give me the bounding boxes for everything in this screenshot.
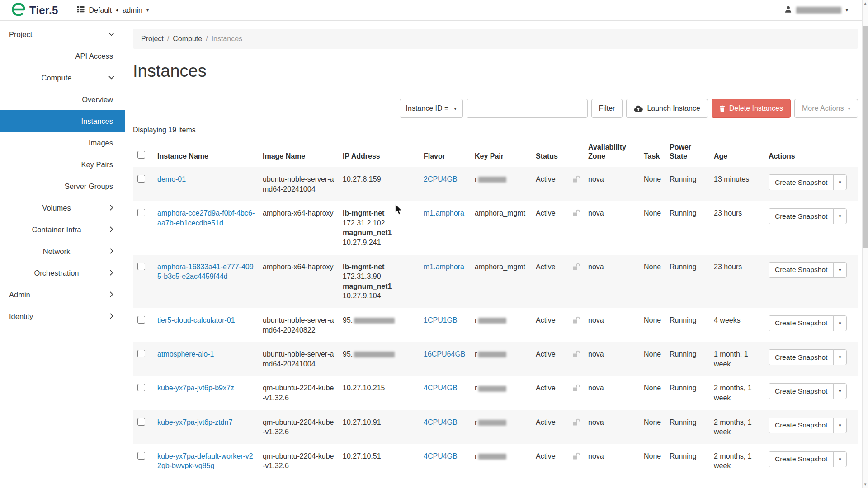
instance-name-link[interactable]: amphora-16833a41-e777-4095-b3c5-e2ac4459… [157,263,254,281]
image-name: ubuntu-noble-server-amd64-20241004 [259,342,339,376]
sidebar-item-volumes[interactable]: Volumes [0,197,125,219]
create-snapshot-button[interactable]: Create Snapshot [769,349,834,365]
sidebar-item-api-access[interactable]: API Access [0,45,125,67]
scroll-up-icon[interactable]: ▲ [863,1,868,5]
instance-name-link[interactable]: atmosphere-aio-1 [157,350,214,358]
row-actions-dropdown[interactable]: ▾ [833,315,847,331]
sidebar-item-label: Images [89,139,113,147]
brand-logo[interactable]: Tier.5 [11,2,58,19]
flavor-link[interactable]: 4CPU4GB [424,384,458,392]
row-checkbox[interactable] [137,350,145,357]
flavor-link[interactable]: 4CPU4GB [424,452,458,460]
user-menu[interactable]: ▾ [784,5,848,15]
flavor-link[interactable]: m1.amphora [424,263,464,271]
filter-type-select[interactable]: Instance ID = ▾ [400,99,463,118]
items-count: Displaying 19 items [133,126,858,134]
status: Active [532,376,568,410]
instance-name-link[interactable]: amphora-cce27d9a-f0bf-4bc6-aa7b-eb1cecdb… [157,209,255,227]
power-state: Running [666,410,710,444]
flavor-link[interactable]: 2CPU4GB [424,175,458,183]
unlocked-icon [572,209,580,217]
sidebar-item-container-infra[interactable]: Container Infra [0,219,125,240]
sidebar-item-overview[interactable]: Overview [0,89,125,110]
table-row: demo-01 ubuntu-noble-server-amd64-202410… [133,167,858,202]
breadcrumb-compute-link[interactable]: Compute [173,35,202,43]
launch-instance-button[interactable]: Launch Instance [626,99,708,118]
sidebar-item-network[interactable]: Network [0,240,125,262]
row-actions-dropdown[interactable]: ▾ [833,349,847,365]
row-checkbox[interactable] [137,316,145,324]
more-actions-button[interactable]: More Actions ▾ [794,99,858,118]
sidebar-item-instances[interactable]: Instances [0,110,125,132]
delete-instances-button[interactable]: Delete Instances [712,99,791,118]
flavor-link[interactable]: 1CPU1GB [424,316,458,324]
key-pair: r [471,376,532,410]
instance-name-link[interactable]: demo-01 [157,175,186,183]
unlocked-icon [572,175,580,183]
filter-input[interactable] [467,99,588,118]
age: 1 month, 1 week [710,342,765,376]
flavor-link[interactable]: 4CPU4GB [424,418,458,426]
create-snapshot-button[interactable]: Create Snapshot [769,383,834,399]
image-name: qm-ubuntu-2204-kube-v1.32.6 [259,376,339,410]
instance-name-link[interactable]: kube-yx7pa-jvt6p-b9x7z [157,384,234,392]
unlocked-icon [572,384,580,392]
flavor-link[interactable]: 16CPU64GB [424,350,466,358]
chevron-icon [108,74,115,81]
context-switcher[interactable]: Default ● admin ▾ [77,6,149,14]
create-snapshot-button[interactable]: Create Snapshot [769,174,834,190]
user-icon [784,5,792,15]
row-checkbox[interactable] [137,263,145,270]
instance-name-link[interactable]: tier5-cloud-calculator-01 [157,316,235,324]
flavor-link[interactable]: m1.amphora [424,209,464,217]
ip-address: 95. [339,308,420,342]
create-snapshot-button[interactable]: Create Snapshot [769,262,834,278]
status: Active [532,201,568,254]
scrollbar[interactable]: ▲ ▼ [862,0,868,488]
main-content: Project / Compute / Instances Instances … [125,21,868,488]
instance-name-link[interactable]: kube-yx7pa-jvt6p-ztdn7 [157,418,232,426]
sidebar-item-key-pairs[interactable]: Key Pairs [0,154,125,175]
row-actions-dropdown[interactable]: ▾ [833,174,847,190]
separator-dot-icon: ● [116,8,118,13]
row-actions-dropdown[interactable]: ▾ [833,451,847,467]
sidebar-item-images[interactable]: Images [0,132,125,154]
sidebar-item-orchestration[interactable]: Orchestration [0,262,125,284]
create-snapshot-button[interactable]: Create Snapshot [769,418,834,433]
row-checkbox[interactable] [137,452,145,460]
col-flavor: Flavor [420,138,471,167]
row-actions-dropdown[interactable]: ▾ [833,383,847,399]
create-snapshot-button[interactable]: Create Snapshot [769,451,834,467]
row-checkbox[interactable] [137,418,145,426]
caret-down-icon: ▾ [454,106,457,111]
sidebar-item-project[interactable]: Project [0,23,125,45]
filter-button[interactable]: Filter [591,99,623,118]
sidebar-item-label: Admin [9,291,30,299]
create-snapshot-button[interactable]: Create Snapshot [769,315,834,331]
scrollbar-thumb[interactable] [863,26,868,248]
row-actions-dropdown[interactable]: ▾ [833,418,847,433]
select-all-checkbox[interactable] [137,151,145,159]
row-actions-dropdown[interactable]: ▾ [833,208,847,224]
row-actions-dropdown[interactable]: ▾ [833,262,847,278]
project-name: admin [123,6,142,14]
sidebar-item-identity[interactable]: Identity [0,305,125,327]
instance-name-link[interactable]: kube-yx7pa-default-worker-v22gb-bwvpk-vg… [157,452,253,470]
create-snapshot-button[interactable]: Create Snapshot [769,208,834,224]
sidebar-item-admin[interactable]: Admin [0,284,125,305]
breadcrumb-separator: / [206,35,208,43]
row-checkbox[interactable] [137,209,145,216]
ip-address: lb-mgmt-net172.31.2.102magnum_net110.27.… [339,201,420,254]
row-checkbox[interactable] [137,175,145,183]
table-row: amphora-16833a41-e777-4095-b3c5-e2ac4459… [133,255,858,308]
row-checkbox[interactable] [137,384,145,391]
unlocked-icon [572,350,580,358]
breadcrumb-project-link[interactable]: Project [141,35,164,43]
scroll-down-icon[interactable]: ▼ [863,483,868,487]
sidebar-item-compute[interactable]: Compute [0,67,125,89]
task: None [640,376,666,410]
chevron-icon [108,291,115,298]
more-actions-label: More Actions [802,104,844,113]
sidebar-item-label: Identity [9,312,33,321]
sidebar-item-server-groups[interactable]: Server Groups [0,175,125,197]
